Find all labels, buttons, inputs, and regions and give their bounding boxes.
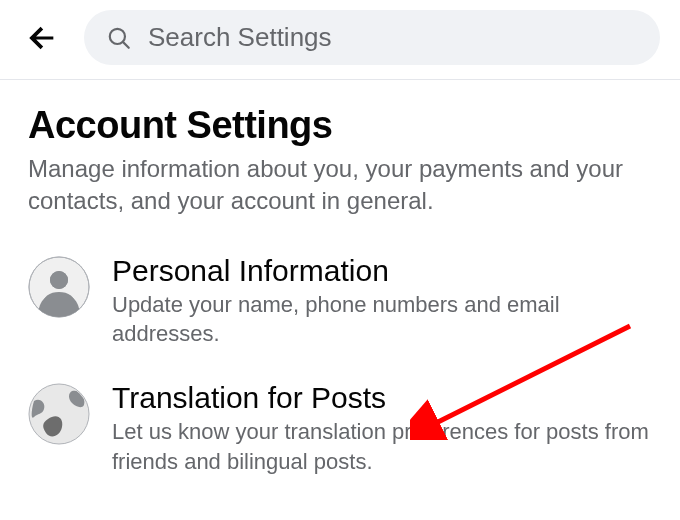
content-area: Account Settings Manage information abou… — [0, 80, 680, 477]
translation-for-posts-text: Translation for Posts Let us know your t… — [112, 381, 652, 476]
page-subtitle: Manage information about you, your payme… — [28, 153, 652, 218]
svg-point-6 — [50, 271, 68, 289]
setting-title: Translation for Posts — [112, 381, 652, 415]
page-title: Account Settings — [28, 104, 652, 147]
search-settings-input-container[interactable] — [84, 10, 660, 65]
setting-title: Personal Information — [112, 254, 652, 288]
setting-desc: Update your name, phone numbers and emai… — [112, 290, 652, 349]
search-settings-input[interactable] — [148, 22, 638, 53]
svg-line-1 — [123, 42, 129, 48]
translation-for-posts-item[interactable]: Translation for Posts Let us know your t… — [28, 381, 652, 476]
back-arrow-icon — [25, 21, 59, 55]
header-bar — [0, 0, 680, 80]
search-icon — [106, 25, 132, 51]
person-icon — [28, 256, 90, 318]
personal-information-item[interactable]: Personal Information Update your name, p… — [28, 254, 652, 349]
setting-desc: Let us know your translation preferences… — [112, 417, 652, 476]
back-button[interactable] — [20, 16, 64, 60]
personal-information-text: Personal Information Update your name, p… — [112, 254, 652, 349]
globe-icon — [28, 383, 90, 445]
